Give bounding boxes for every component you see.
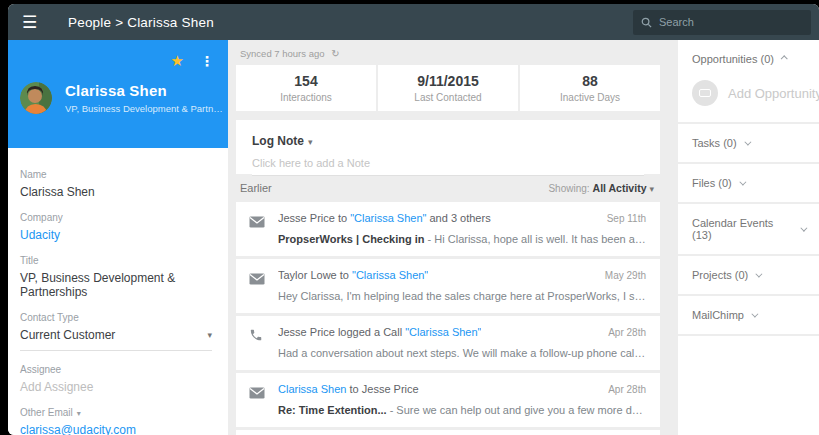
section-label: Opportunities (0) [692, 53, 774, 65]
section-label: Calendar Events (13) [692, 217, 793, 241]
dropdown-caret-icon: ▾ [77, 409, 81, 418]
stat-value: 9/11/2015 [417, 73, 479, 89]
section-label: Tasks (0) [692, 137, 737, 149]
activity-header: Clarissa Shen to Jesse PriceApr 28th [278, 383, 646, 395]
field-label: Name [20, 169, 212, 180]
email-icon [249, 212, 278, 247]
more-options-icon[interactable]: ⋮ [196, 53, 218, 69]
contact-link[interactable]: "Clarissa Shen" [405, 326, 481, 338]
activity-column: Synced 7 hours ago ↻ 154Interactions9/11… [228, 40, 668, 435]
section-header-tasks-0[interactable]: Tasks (0) [678, 124, 819, 162]
section-label: Projects (0) [692, 269, 748, 281]
log-note-button[interactable]: Log Note▾ [252, 134, 313, 148]
related-panel-filler [678, 336, 819, 435]
activity-snippet: PropserWorks | Checking in - Hi Clarissa… [278, 233, 646, 245]
field-label: Company [20, 212, 212, 223]
field-label: Contact Type [20, 312, 212, 323]
text: Jesse Price to [278, 212, 350, 224]
chevron-up-icon [781, 55, 788, 62]
activity-subject: Re: Time Extention... [278, 404, 387, 416]
text: and 3 others [426, 212, 490, 224]
activity-body: Jesse Price to "Clarissa Shen" and 3 oth… [278, 212, 646, 247]
activity-snippet: Re: Time Extention... - Sure we can help… [278, 404, 646, 416]
section-calendar-events-13: Calendar Events (13) [678, 204, 819, 254]
breadcrumb[interactable]: People > Clarissa Shen [68, 15, 214, 30]
dropdown-caret-icon: ▾ [308, 137, 313, 147]
sync-icon[interactable]: ↻ [331, 48, 339, 59]
search-icon [641, 17, 652, 28]
app-window: ☰ People > Clarissa Shen ★ ⋮ [8, 4, 819, 435]
field-contact-type: Contact TypeCurrent Customer▾ [20, 299, 212, 351]
activity-participants: Jesse Price logged a Call "Clarissa Shen… [278, 326, 481, 338]
activity-item[interactable]: Jesse Price to "Clarissa Shen"Apr 28th [236, 430, 660, 435]
stat-label: Inactive Days [560, 92, 620, 103]
chevron-down-icon [744, 138, 751, 145]
activity-item[interactable]: Taylor Lowe to "Clarissa Shen"May 29thHe… [236, 259, 660, 313]
content-area: ★ ⋮ [8, 40, 819, 435]
activity-date: Apr 28th [598, 327, 646, 338]
activity-item[interactable]: Jesse Price logged a Call "Clarissa Shen… [236, 316, 660, 370]
field-label: Other Email▾ [20, 407, 212, 418]
email-icon [249, 383, 278, 418]
activity-body: Taylor Lowe to "Clarissa Shen"May 29thHe… [278, 269, 646, 304]
activity-text: Hey Clarissa, I'm helping lead the sales… [278, 290, 646, 302]
stat-card-last-contacted: 9/11/2015Last Contacted [378, 65, 518, 111]
contact-header: ★ ⋮ [8, 40, 228, 148]
avatar [20, 82, 52, 114]
field-value[interactable]: clarissa@udacity.com [20, 423, 212, 435]
top-bar: ☰ People > Clarissa Shen [8, 4, 819, 40]
log-note-card: Log Note▾ [236, 120, 660, 174]
contact-name: Clarissa Shen [65, 82, 225, 99]
contact-link[interactable]: "Clarissa Shen" [352, 269, 428, 281]
contact-panel: ★ ⋮ [8, 40, 228, 435]
section-header-mailchimp[interactable]: MailChimp [678, 296, 819, 334]
activity-header: Taylor Lowe to "Clarissa Shen"May 29th [278, 269, 646, 281]
activity-text: - Hi Clarissa, hope all is well. It has … [425, 233, 646, 245]
section-mailchimp: MailChimp [678, 296, 819, 334]
call-icon [249, 326, 278, 361]
contact-fields: NameClarissa ShenCompanyUdacityTitleVP, … [8, 148, 228, 435]
add-opportunity-button[interactable]: Add Opportunity [678, 78, 819, 122]
section-projects-0: Projects (0) [678, 256, 819, 294]
activity-item[interactable]: Jesse Price to "Clarissa Shen" and 3 oth… [236, 202, 660, 256]
field-select[interactable]: Current Customer▾ [20, 328, 212, 351]
section-header-opportunities-0[interactable]: Opportunities (0) [678, 40, 819, 78]
section-opportunities-0: Opportunities (0)Add Opportunity [678, 40, 819, 122]
feed-filter-bar: Earlier Showing:All Activity▾ [236, 174, 660, 202]
activity-participants: Clarissa Shen to Jesse Price [278, 383, 419, 395]
section-header-files-0[interactable]: Files (0) [678, 164, 819, 202]
note-input[interactable] [252, 149, 644, 176]
activity-text: Had a conversation about next steps. We … [278, 347, 646, 359]
field-company: CompanyUdacity [20, 199, 212, 242]
activity-text: - Sure we can help out and give you a fe… [387, 404, 646, 416]
activity-header: Jesse Price to "Clarissa Shen" and 3 oth… [278, 212, 646, 224]
contact-link[interactable]: Clarissa Shen [278, 383, 346, 395]
earlier-label: Earlier [240, 182, 272, 194]
field-value[interactable]: Udacity [20, 228, 212, 242]
section-header-projects-0[interactable]: Projects (0) [678, 256, 819, 294]
activity-date: Sep 11th [597, 213, 646, 224]
search-input[interactable] [659, 16, 803, 28]
activity-filter[interactable]: Showing:All Activity▾ [548, 182, 654, 194]
field-label: Title [20, 255, 212, 266]
contact-link[interactable]: "Clarissa Shen" [350, 212, 426, 224]
chevron-down-icon [800, 224, 807, 231]
activity-item[interactable]: Clarissa Shen to Jesse PriceApr 28thRe: … [236, 373, 660, 427]
section-label: Files (0) [692, 177, 732, 189]
stat-value: 154 [294, 73, 317, 89]
menu-icon[interactable]: ☰ [22, 12, 52, 33]
field-assignee: AssigneeAdd Assignee [20, 351, 212, 394]
field-value[interactable]: Add Assignee [20, 380, 212, 394]
column-divider [668, 40, 678, 435]
field-name: NameClarissa Shen [20, 156, 212, 199]
stat-card-interactions: 154Interactions [236, 65, 376, 111]
section-header-calendar-events-13[interactable]: Calendar Events (13) [678, 204, 819, 254]
field-value: VP, Business Development & Partnerships [20, 271, 212, 299]
search-box[interactable] [633, 10, 811, 35]
favorite-star-icon[interactable]: ★ [171, 52, 184, 70]
section-tasks-0: Tasks (0) [678, 124, 819, 162]
dropdown-caret-icon: ▾ [207, 330, 212, 340]
add-opportunity-label: Add Opportunity [728, 86, 819, 101]
section-label: MailChimp [692, 309, 744, 321]
activity-body: Clarissa Shen to Jesse PriceApr 28thRe: … [278, 383, 646, 418]
